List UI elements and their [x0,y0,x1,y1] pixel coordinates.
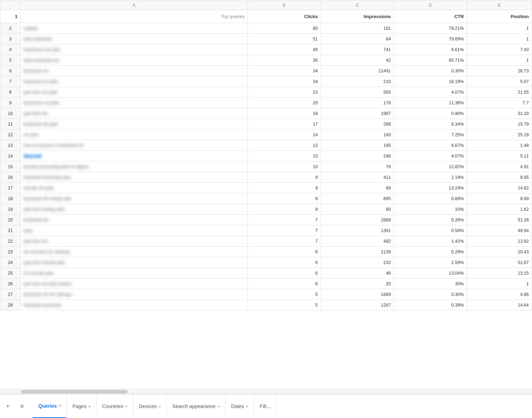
clicks-cell[interactable]: 10 [248,151,321,161]
clicks-cell[interactable]: 6 [248,247,321,257]
impressions-cell[interactable]: 246 [321,151,394,161]
table-row[interactable]: 19part time startup jobs88010%1.62 [0,204,532,215]
table-row[interactable]: 22part time cfo74921.42%13.92 [0,236,532,247]
ctr-cell[interactable]: 7.25% [394,130,467,140]
query-cell[interactable]: stiny [21,225,248,236]
table-row[interactable]: 7fractional cfo jobs3421016.19%5.67 [0,76,532,87]
table-row[interactable]: 20fractional cto726680.26%51.28 [0,215,532,225]
query-cell[interactable]: fractional cfo jobs [21,119,248,130]
tab-search-appearance[interactable]: Search appearance▾ [167,394,226,418]
position-cell[interactable]: 5.67 [467,76,532,87]
position-cell[interactable]: 1.62 [467,204,532,215]
clicks-cell[interactable]: 34 [248,66,321,76]
horizontal-scrollbar[interactable] [0,389,532,394]
position-cell[interactable]: 14.64 [467,300,532,310]
ctr-cell[interactable]: 79.21% [394,23,467,34]
ctr-cell[interactable]: 0.26% [394,215,467,225]
ctr-cell[interactable]: 1.42% [394,236,467,247]
table-row[interactable]: 16fractional executive jobs94112.19%8.05 [0,172,532,183]
table-row[interactable]: 14stiny.com102464.07%5.11 [0,151,532,161]
query-cell[interactable]: fractional executive jobs [21,172,248,183]
query-cell[interactable]: how to become a fractional cfo [21,140,248,151]
clicks-cell[interactable]: 5 [248,289,321,300]
impressions-cell[interactable]: 268 [321,119,394,130]
position-cell[interactable]: 8.89 [467,193,532,204]
table-row[interactable]: 11fractional cfo jobs172686.34%15.79 [0,119,532,130]
query-cell[interactable]: fractional cto [21,215,248,225]
clicks-cell[interactable]: 18 [248,108,321,119]
ctr-cell[interactable]: 12.82% [394,161,467,172]
ctr-cell[interactable]: 11.36% [394,98,467,108]
position-cell[interactable]: 51.67 [467,257,532,268]
ctr-cell[interactable]: 85.71% [394,55,467,66]
clicks-cell[interactable]: 13 [248,140,321,151]
clicks-cell[interactable]: 34 [248,76,321,87]
impressions-cell[interactable]: 80 [321,204,394,215]
table-row[interactable]: 12cfo jobs141937.25%25.19 [0,130,532,140]
ctr-cell[interactable]: 0.39% [394,300,467,310]
impressions-cell[interactable]: 64 [321,34,394,44]
ctr-cell[interactable]: 13.24% [394,183,467,193]
col-e-header[interactable]: E [467,0,532,10]
table-row[interactable]: 18fractional cfo hourly rate88950.89%8.8… [0,193,532,204]
query-cell[interactable]: stiny.com [21,151,248,161]
query-cell[interactable]: cfo jobs [21,130,248,140]
position-cell[interactable]: 13.15 [467,268,532,279]
position-cell[interactable]: 1 [467,55,532,66]
table-row[interactable]: 5stiny fractional cfo364285.71%1 [0,55,532,66]
query-cell[interactable]: part time remote jobs [21,257,248,268]
impressions-cell[interactable]: 195 [321,140,394,151]
query-cell[interactable]: stiny fractional [21,34,248,44]
position-cell[interactable]: 20.43 [467,247,532,257]
clicks-cell[interactable]: 6 [248,268,321,279]
tab-devices[interactable]: Devices▾ [133,394,167,418]
position-cell[interactable]: 1 [467,279,532,289]
impressions-cell[interactable]: 78 [321,161,394,172]
clicks-cell[interactable]: 8 [248,193,321,204]
query-cell[interactable]: fractional cfo for startups [21,289,248,300]
impressions-cell[interactable]: 68 [321,183,394,193]
ctr-cell[interactable]: 0.50% [394,225,467,236]
query-cell[interactable]: fractional coo jobs [21,98,248,108]
ctr-cell[interactable]: 6.67% [394,140,467,151]
position-cell[interactable]: 4.91 [467,161,532,172]
table-row[interactable]: 15remote accounting jobs in nigeria10781… [0,161,532,172]
impressions-cell[interactable]: 232 [321,257,394,268]
ctr-cell[interactable]: 79.69% [394,34,467,44]
position-cell[interactable]: 1.48 [467,140,532,151]
table-row[interactable]: 24part time remote jobs62322.59%51.67 [0,257,532,268]
clicks-cell[interactable]: 36 [248,55,321,66]
query-cell[interactable]: fractional cmo jobs [21,44,248,55]
query-cell[interactable]: fractional executive [21,300,248,310]
tab-filter[interactable]: Filt... [254,394,276,418]
query-cell[interactable]: part time cfo jobs [21,87,248,98]
position-cell[interactable]: 14.62 [467,183,532,193]
impressions-cell[interactable]: 176 [321,98,394,108]
clicks-cell[interactable]: 6 [248,257,321,268]
ctr-cell[interactable]: 16.19% [394,76,467,87]
table-row[interactable]: 9fractional coo jobs2017611.36%7.7 [0,98,532,108]
ctr-cell[interactable]: 13.04% [394,268,467,279]
query-cell[interactable]: part time cfo [21,108,248,119]
impressions-cell[interactable]: 895 [321,193,394,204]
add-sheet-button[interactable]: + [3,401,13,411]
clicks-cell[interactable]: 10 [248,161,321,172]
impressions-cell[interactable]: 411 [321,172,394,183]
position-cell[interactable]: 49.94 [467,225,532,236]
tab-pages[interactable]: Pages▾ [67,394,96,418]
table-row[interactable]: 8part time cfo jobs235654.07%21.55 [0,87,532,98]
table-row[interactable]: 26part time cfo jobs london62030%1 [0,279,532,289]
scroll-thumb[interactable] [21,390,128,394]
ctr-cell[interactable]: 0.90% [394,108,467,119]
query-cell[interactable]: part time startup jobs [21,204,248,215]
table-row[interactable]: 13how to become a fractional cfo131956.6… [0,140,532,151]
clicks-cell[interactable]: 51 [248,34,321,44]
clicks-cell[interactable]: 23 [248,87,321,98]
impressions-cell[interactable]: 20 [321,279,394,289]
table-row[interactable]: 3stiny fractional516479.69%1 [0,34,532,44]
tab-countries[interactable]: Countries▾ [96,394,133,418]
table-row[interactable]: 6fractional cfo34114910.30%26.73 [0,66,532,76]
ctr-cell[interactable]: 4.07% [394,151,467,161]
query-cell[interactable]: part time cfo [21,236,248,247]
position-cell[interactable]: 1 [467,23,532,34]
